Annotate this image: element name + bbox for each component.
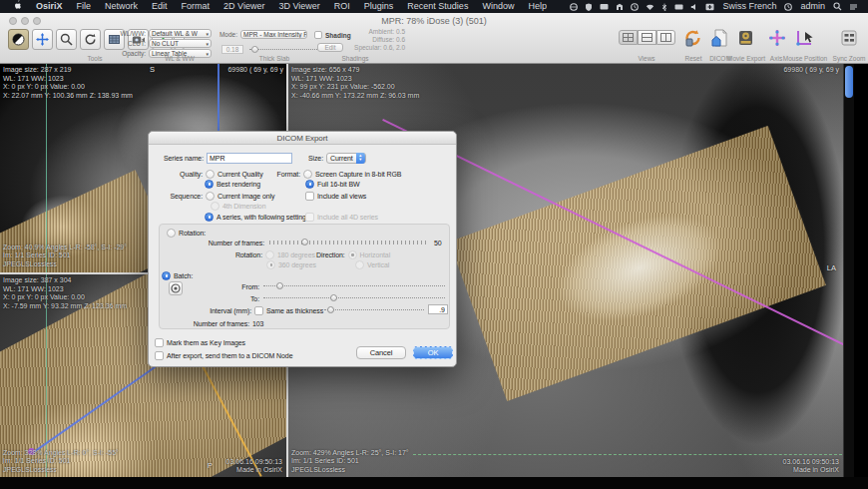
format-full-16bit-radio[interactable] xyxy=(305,180,314,189)
rotation-360-radio[interactable] xyxy=(266,260,275,269)
patient-info-text: 69980 ( 69 y, 69 y xyxy=(227,66,283,75)
wlww-tool-button[interactable] xyxy=(8,29,29,50)
bluetooth-status-icon[interactable] xyxy=(661,3,667,11)
menu-roi[interactable]: ROI xyxy=(327,0,357,13)
format-screen-capture-radio[interactable] xyxy=(303,170,312,179)
wifi-status-icon[interactable] xyxy=(646,3,654,11)
menu-file[interactable]: File xyxy=(70,0,99,13)
menu-format[interactable]: Format xyxy=(175,0,217,13)
include-all-4d-checkbox[interactable] xyxy=(305,213,314,222)
slab-thickness-field[interactable] xyxy=(221,45,243,54)
views-layout-2-button[interactable] xyxy=(638,30,656,45)
quality-current-radio[interactable] xyxy=(206,170,215,179)
rotation-degrees-label: Rotation: xyxy=(149,251,262,258)
interval-value-field[interactable] xyxy=(428,304,448,314)
menu-window[interactable]: Window xyxy=(475,0,521,13)
menu-plugins[interactable]: Plugins xyxy=(357,0,401,13)
sync-zoom-button[interactable] xyxy=(838,27,860,49)
menu-edit[interactable]: Edit xyxy=(145,0,175,13)
batch-from-slider[interactable] xyxy=(263,281,445,290)
finder-status-icon[interactable] xyxy=(616,3,624,11)
clut-select[interactable]: No CLUT▾ xyxy=(149,39,212,48)
format-full-16bit-label: Full 16-bit BW xyxy=(317,181,360,188)
batch-mode-radio[interactable] xyxy=(162,271,171,280)
user-menu-label[interactable]: admin xyxy=(799,0,826,13)
globe-status-icon[interactable] xyxy=(570,3,578,11)
shield-status-icon[interactable] xyxy=(585,3,593,11)
spotlight-search-icon[interactable] xyxy=(833,2,842,11)
shading-ambient-value: Ambient: 0.5 xyxy=(329,28,405,36)
notification-center-icon[interactable] xyxy=(849,3,858,11)
crosshair-green-dashed-line[interactable] xyxy=(413,454,842,455)
dialog-title[interactable]: DICOM Export xyxy=(149,132,456,145)
key-images-checkbox[interactable] xyxy=(155,338,164,347)
sequence-label: Sequence: xyxy=(151,193,203,200)
menu-network[interactable]: Network xyxy=(98,0,145,13)
direction-vertical-radio[interactable] xyxy=(355,260,364,269)
menu-osirix[interactable]: OsiriX xyxy=(29,0,70,13)
axis-button-label: Axis xyxy=(770,55,782,62)
rotation-180-radio[interactable] xyxy=(265,250,274,259)
orientation-marker-la: LA xyxy=(827,263,836,272)
compression-text: JPEGLSLossless xyxy=(3,260,127,269)
input-language-label[interactable]: Swiss French xyxy=(721,0,777,13)
interval-slider[interactable] xyxy=(324,305,424,314)
mouse-position-button[interactable] xyxy=(794,27,816,49)
slab-mode-select[interactable]: MPR - Max Intensity Pro▾ xyxy=(240,30,307,39)
apple-menu-icon[interactable] xyxy=(6,0,29,14)
rotation-mode-radio[interactable] xyxy=(167,229,176,238)
slice-scrollbar[interactable] xyxy=(843,64,854,477)
slice-scrollbar-thumb[interactable] xyxy=(845,66,853,98)
dicom-export-button[interactable] xyxy=(708,27,730,49)
ok-button[interactable]: OK xyxy=(413,346,453,359)
mode-label: Mode: xyxy=(214,31,237,38)
window-title: MPR: 78% iDose (3) (501) xyxy=(0,16,868,26)
sequence-4th-dimension-radio[interactable] xyxy=(211,202,219,211)
wl-select[interactable]: Default WL & W▾ xyxy=(149,29,212,38)
movie-export-button[interactable] xyxy=(735,27,757,49)
clock-status-icon[interactable] xyxy=(784,3,792,11)
zoom-tool-button[interactable] xyxy=(56,29,77,50)
position-mm-text: X: -7.59 mm Y: 93.32 mm Z: 123.36 mm xyxy=(3,302,127,311)
same-as-thickness-checkbox[interactable] xyxy=(254,306,263,315)
series-name-input[interactable] xyxy=(207,153,292,164)
batch-to-slider[interactable] xyxy=(263,293,445,302)
shading-checkbox[interactable] xyxy=(314,31,322,39)
thick-slab-section-label: Thick Slab xyxy=(259,55,289,62)
input-language-flag-icon[interactable] xyxy=(705,3,714,11)
keyboard-status-icon[interactable] xyxy=(674,3,683,11)
display-status-icon[interactable] xyxy=(600,3,609,11)
quality-best-rendering-radio[interactable] xyxy=(205,180,214,189)
pan-tool-button[interactable] xyxy=(32,29,53,50)
rotate-tool-button[interactable] xyxy=(80,29,101,50)
views-layout-3-button[interactable] xyxy=(656,30,675,45)
menu-2d-viewer[interactable]: 2D Viewer xyxy=(217,0,271,13)
menu-recent-studies[interactable]: Recent Studies xyxy=(400,0,475,13)
menu-3d-viewer[interactable]: 3D Viewer xyxy=(271,0,326,13)
sequence-series-radio[interactable] xyxy=(205,213,214,222)
key-images-label: Mark them as Key Images xyxy=(167,339,245,346)
mpr-toolbar: MPR: 78% iDose (3) (501) ▾ Tools WL/WW: … xyxy=(0,13,868,64)
include-all-views-checkbox[interactable] xyxy=(305,192,314,201)
pixel-value-text: X: 99 px Y: 231 px Value: -562.00 xyxy=(291,83,419,92)
size-select[interactable]: Current▲▼ xyxy=(326,153,366,164)
direction-horizontal-radio[interactable] xyxy=(348,250,357,259)
cancel-button[interactable]: Cancel xyxy=(356,346,406,359)
volume-status-icon[interactable] xyxy=(690,3,698,11)
orientation-marker-s: S xyxy=(150,65,155,74)
rotation-180-label: 180 degrees xyxy=(277,251,315,258)
sequence-current-image-radio[interactable] xyxy=(206,192,215,201)
clut-label: CLUT: xyxy=(100,40,146,47)
rotation-360-label: 360 degrees xyxy=(278,261,316,268)
number-of-frames-slider[interactable] xyxy=(269,238,429,246)
series-id-text: Im: 1/1 Series ID: 501 xyxy=(3,251,127,260)
menu-help[interactable]: Help xyxy=(521,0,554,13)
mouse-position-button-label: Mouse Position xyxy=(783,55,827,62)
time-machine-status-icon[interactable] xyxy=(631,3,639,11)
number-of-frames-label: Number of frames: xyxy=(149,240,264,246)
reset-button[interactable] xyxy=(682,27,704,49)
axis-button[interactable] xyxy=(766,27,788,49)
send-dicom-node-checkbox[interactable] xyxy=(155,351,164,360)
send-dicom-node-label: After export, send them to a DICOM Node xyxy=(167,352,292,359)
views-layout-1-button[interactable] xyxy=(619,30,638,45)
